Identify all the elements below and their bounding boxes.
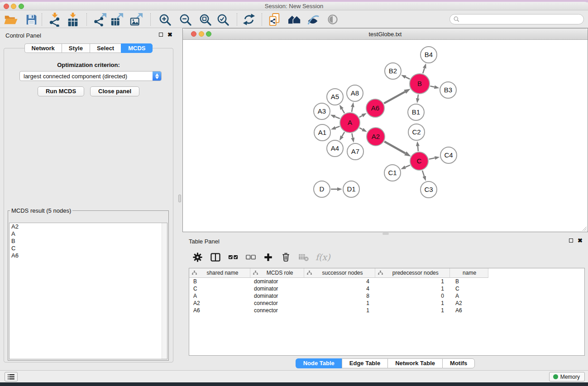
column-header-predecessor-nodes[interactable]: predecessor nodes	[375, 268, 450, 277]
table-panel: Table Panel ✖	[182, 234, 588, 370]
task-history-button[interactable]	[5, 372, 18, 381]
hierarchy-icon	[307, 271, 312, 275]
toolbar-separator	[42, 13, 42, 26]
fx-icon: f(x)	[316, 252, 330, 262]
network-view-window: testGlobe.txt AA1A2A3A4A5A6A7A8BB1B2B3B4…	[182, 28, 588, 232]
close-panel-icon[interactable]: ✖	[167, 33, 172, 37]
main-toolbar	[0, 10, 588, 28]
close-panel-button[interactable]: Close panel	[90, 86, 139, 96]
run-mcds-button[interactable]: Run MCDS	[38, 86, 84, 96]
list-item[interactable]: A2	[10, 223, 167, 230]
table-row[interactable]: A dominator 8 0 A	[189, 292, 488, 300]
delete-table-button[interactable]	[298, 252, 309, 263]
save-session-button[interactable]	[23, 12, 40, 27]
mcds-result-list[interactable]: A2 A B C A6	[9, 223, 167, 359]
network-canvas[interactable]: AA1A2A3A4A5A6A7A8BB1B2B3B4CC1C2C3C4DD1	[183, 40, 588, 232]
column-header-name[interactable]: name	[450, 268, 488, 277]
import-table-icon	[66, 13, 80, 27]
svg-text:A1: A1	[318, 129, 326, 136]
hide-graphics-details-button[interactable]	[324, 12, 341, 27]
plus-icon	[264, 253, 272, 262]
duplicate-network-button[interactable]	[266, 12, 283, 27]
result-list-scrollbar[interactable]	[162, 223, 167, 359]
tab-select[interactable]: Select	[90, 43, 121, 53]
search-box[interactable]	[449, 14, 584, 24]
svg-text:C3: C3	[424, 186, 433, 193]
delete-column-button[interactable]	[280, 252, 292, 263]
resize-grip-icon[interactable]	[582, 226, 587, 231]
svg-text:C: C	[417, 157, 422, 165]
zoom-out-button[interactable]	[177, 12, 194, 27]
refresh-icon	[243, 13, 255, 26]
hierarchy-icon	[378, 271, 383, 275]
table-settings-button[interactable]	[192, 252, 203, 263]
status-bar: Memory	[0, 370, 588, 382]
tab-mcds[interactable]: MCDS	[121, 43, 153, 53]
close-panel-icon[interactable]: ✖	[578, 238, 583, 243]
toolbar-separator	[86, 13, 87, 26]
list-item[interactable]: B	[10, 238, 167, 245]
list-item[interactable]: C	[10, 245, 167, 252]
tab-style[interactable]: Style	[62, 43, 90, 53]
tab-network[interactable]: Network	[24, 43, 62, 53]
hierarchy-icon	[192, 271, 197, 275]
svg-text:C2: C2	[412, 128, 421, 136]
tab-motifs[interactable]: Motifs	[442, 358, 475, 368]
table-row[interactable]: B dominator 4 1 B	[189, 278, 488, 285]
column-header-mcds-role[interactable]: MCDS role	[250, 268, 304, 277]
app-titlebar: Session: New Session	[0, 2, 588, 10]
export-image-button[interactable]	[128, 12, 145, 27]
select-all-rows-button[interactable]	[227, 252, 239, 263]
zoom-in-button[interactable]	[156, 12, 173, 27]
export-table-button[interactable]	[108, 12, 125, 27]
session-title: Session: New Session	[0, 2, 588, 10]
zoom-fit-icon	[199, 13, 212, 26]
import-table-button[interactable]	[64, 12, 81, 27]
tab-network-table[interactable]: Network Table	[387, 358, 442, 368]
control-panel: Control Panel ✖ Network Style Select MCD…	[0, 28, 177, 370]
network-title: testGlobe.txt	[183, 29, 588, 40]
apply-layout-button[interactable]	[240, 12, 258, 27]
toolbar-separator	[262, 13, 262, 26]
float-panel-icon[interactable]	[159, 33, 163, 37]
node-table[interactable]: shared name MCDS role successor nodes pr…	[189, 268, 585, 356]
panel-splitter-handle[interactable]	[178, 195, 181, 202]
table-row[interactable]: C dominator 4 1 C	[189, 285, 488, 292]
export-table-icon	[110, 13, 124, 27]
list-item[interactable]: A6	[10, 252, 167, 259]
network-window-titlebar[interactable]: testGlobe.txt	[183, 29, 588, 40]
workspace: Control Panel ✖ Network Style Select MCD…	[0, 28, 588, 370]
show-graphics-details-button[interactable]	[304, 12, 321, 27]
open-session-button[interactable]	[2, 12, 19, 27]
tab-edge-table[interactable]: Edge Table	[342, 358, 387, 368]
float-panel-icon[interactable]	[569, 238, 573, 243]
table-row[interactable]: A6 connector 1 1 A6	[189, 307, 488, 314]
optimization-criterion-select[interactable]: largest connected component (directed)	[19, 71, 162, 81]
table-row[interactable]: A2 connector 1 1 A2	[189, 300, 488, 307]
column-header-successor-nodes[interactable]: successor nodes	[304, 268, 376, 277]
table-panel-title: Table Panel	[189, 238, 220, 245]
search-input[interactable]	[459, 15, 583, 24]
svg-text:A8: A8	[351, 89, 359, 97]
create-column-button[interactable]	[263, 252, 274, 263]
column-header-shared-name[interactable]: shared name	[189, 268, 250, 277]
svg-text:A2: A2	[372, 133, 380, 140]
tab-node-table[interactable]: Node Table	[296, 358, 342, 368]
function-builder-button[interactable]: f(x)	[316, 252, 330, 263]
memory-button[interactable]: Memory	[549, 372, 585, 381]
import-network-icon	[48, 13, 62, 27]
toggle-column-panel-button[interactable]	[210, 252, 221, 263]
zoom-selected-button[interactable]	[214, 12, 231, 27]
svg-text:D1: D1	[347, 185, 355, 193]
svg-text:A5: A5	[331, 93, 339, 100]
network-graph[interactable]: AA1A2A3A4A5A6A7A8BB1B2B3B4CC1C2C3C4DD1	[183, 40, 588, 232]
export-network-button[interactable]	[91, 12, 109, 27]
control-panel-title: Control Panel	[5, 32, 41, 39]
import-network-button[interactable]	[46, 12, 63, 27]
deselect-all-rows-button[interactable]	[245, 252, 256, 263]
zoom-fit-button[interactable]	[196, 12, 214, 27]
home-button[interactable]	[286, 12, 303, 27]
list-item[interactable]: A	[10, 230, 167, 238]
selected-criterion-value: largest connected component (directed)	[20, 73, 153, 80]
mcds-result-box: MCDS result (5 nodes) A2 A B C A6	[8, 207, 169, 361]
